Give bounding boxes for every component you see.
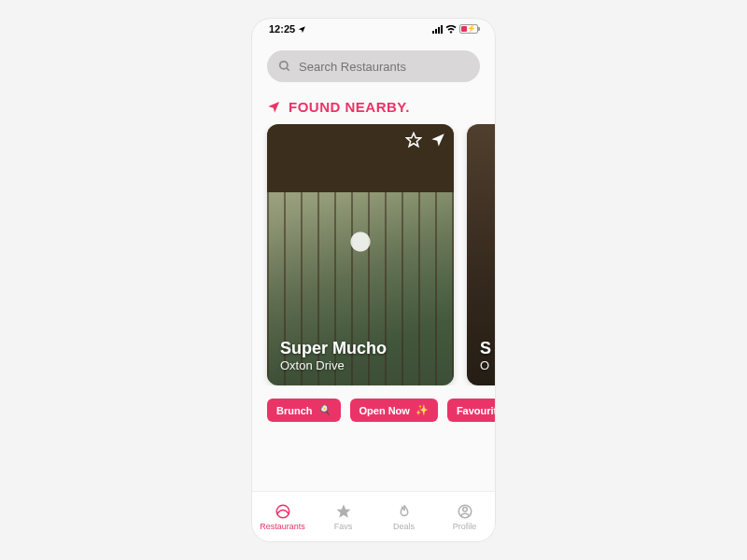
star-icon — [335, 503, 352, 520]
status-left: 12:25 — [269, 23, 306, 35]
restaurants-icon — [275, 503, 291, 520]
tab-label: Restaurants — [260, 522, 305, 531]
nearby-cards-row[interactable]: Super Mucho Oxton Drive S O — [252, 124, 495, 385]
tab-favs[interactable]: Favs — [313, 492, 374, 541]
restaurant-card[interactable]: S O — [467, 124, 495, 385]
restaurant-name: S — [480, 339, 495, 358]
filter-chip-open-now[interactable]: Open Now ✨ — [350, 399, 438, 422]
restaurant-name: Super Mucho — [280, 339, 441, 358]
card-text: Super Mucho Oxton Drive — [280, 339, 441, 372]
flame-icon — [396, 503, 413, 520]
svg-point-6 — [462, 507, 467, 511]
section-heading: FOUND NEARBY. — [252, 95, 495, 124]
tab-deals[interactable]: Deals — [374, 492, 434, 541]
egg-icon: 🍳 — [318, 404, 331, 416]
tab-label: Deals — [393, 522, 415, 531]
send-icon — [430, 132, 446, 148]
cellular-signal-icon — [432, 25, 443, 34]
wifi-icon — [445, 25, 457, 34]
tab-label: Favs — [334, 522, 353, 531]
filter-chip-favourite[interactable]: Favourite F — [447, 399, 495, 422]
search-input[interactable] — [299, 60, 469, 74]
location-arrow-icon — [298, 25, 306, 34]
restaurant-location: Oxton Drive — [280, 358, 441, 372]
star-outline-icon — [405, 132, 422, 148]
status-right: ⚡ — [432, 24, 478, 34]
chip-label: Brunch — [276, 405, 313, 416]
tab-profile[interactable]: Profile — [434, 492, 495, 541]
phone-frame: 12:25 ⚡ FOUND NEARBY. — [252, 19, 495, 541]
svg-point-0 — [280, 62, 288, 69]
sparkle-icon: ✨ — [416, 404, 429, 416]
status-time: 12:25 — [269, 23, 295, 35]
share-button[interactable] — [430, 132, 446, 152]
battery-icon: ⚡ — [459, 24, 478, 34]
card-actions — [405, 132, 446, 152]
filter-chips-row[interactable]: Brunch 🍳 Open Now ✨ Favourite F — [252, 385, 495, 422]
search-icon — [278, 60, 291, 73]
tab-restaurants[interactable]: Restaurants — [252, 492, 313, 541]
profile-icon — [457, 503, 473, 520]
chip-label: Open Now — [359, 405, 410, 416]
svg-marker-4 — [336, 504, 350, 517]
tab-label: Profile — [453, 522, 477, 531]
status-bar: 12:25 ⚡ — [252, 19, 495, 39]
svg-line-1 — [287, 68, 289, 71]
navigation-arrow-icon — [267, 100, 281, 114]
restaurant-card[interactable]: Super Mucho Oxton Drive — [267, 124, 454, 385]
restaurant-location: O — [480, 358, 495, 372]
favourite-button[interactable] — [405, 132, 422, 152]
search-bar[interactable] — [267, 50, 480, 82]
card-text: S O — [480, 339, 495, 372]
filter-chip-brunch[interactable]: Brunch 🍳 — [267, 399, 341, 422]
chip-label: Favourite F — [457, 405, 495, 416]
content-area: FOUND NEARBY. Super Mucho Oxton Drive — [252, 39, 495, 491]
section-title-text: FOUND NEARBY. — [289, 99, 410, 115]
svg-marker-2 — [407, 133, 421, 147]
tab-bar: Restaurants Favs Deals Profile — [252, 491, 495, 541]
